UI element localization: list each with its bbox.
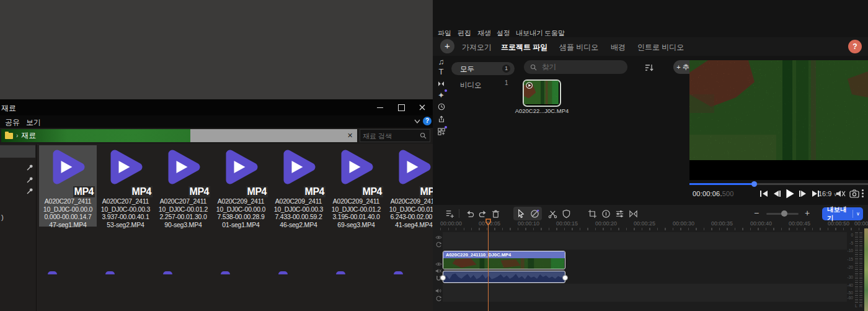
breadcrumb[interactable]: 재료 [21,130,36,141]
speed-control-icon[interactable] [601,209,611,219]
maximize-button[interactable] [392,102,410,112]
auto-cut-tool-icon[interactable] [530,209,539,219]
effects-icon[interactable]: ✦ [436,91,446,100]
track-visibility-icon[interactable] [435,261,442,268]
zoom-slider-handle[interactable] [781,210,787,217]
playhead-line[interactable] [488,225,489,311]
speed-icon[interactable] [436,102,446,112]
mask-icon[interactable] [562,209,571,219]
transition-tool-icon[interactable] [629,209,638,219]
menu-item-share[interactable]: 공유 [5,117,20,128]
play-button[interactable] [784,188,795,199]
ruler-ticks[interactable] [440,228,867,230]
close-button[interactable] [413,102,432,112]
tab-project-files[interactable]: 프로젝트 파일 [501,42,547,53]
meter-label: -40 [844,283,853,287]
track-lane-empty[interactable] [443,284,847,302]
help-button[interactable]: ? [848,40,862,53]
stop-loading-icon[interactable]: ✕ [346,132,354,140]
share-export-icon[interactable] [436,115,446,124]
help-icon[interactable]: ? [423,117,432,125]
preview-progress-bar[interactable] [689,183,868,185]
file-item[interactable]: MP4 A020C209_241110_DJ0C-00.00.07.538-00… [212,145,270,227]
meter-label: -5 [844,241,853,245]
file-item[interactable]: MP4 A020C207_241110_DJ0C-00.01.22.257-00… [154,145,212,227]
explorer-menubar: 공유 보기 ? [0,115,433,128]
filter-all[interactable]: 모두 1 [451,62,515,75]
add-media-button[interactable]: + [440,39,454,53]
window-title: 재료 [1,103,16,114]
track-loop-icon[interactable] [435,241,442,248]
tab-background[interactable]: 배경 [611,42,626,53]
ruler-label: 00:00:40 [750,220,772,227]
editor-menu-settings[interactable]: 설정 [497,29,510,38]
transition-icon[interactable] [436,79,446,88]
explorer-search[interactable] [360,129,430,142]
meter-channel-label: L [855,304,857,308]
preview-player[interactable] [689,60,868,180]
step-forward-icon[interactable] [798,189,808,198]
file-item[interactable]: MP4 A020C207_241110_DJ0C-00.00.00.000-00… [39,145,97,227]
export-button[interactable]: 내보내기 ∨ [822,207,863,220]
track-lane-empty[interactable] [443,232,847,250]
tab-sample-video[interactable]: 샘플 비디오 [559,42,598,53]
zoom-out-button[interactable]: − [754,208,759,218]
crop-icon[interactable] [588,209,597,219]
file-item[interactable]: MP4 A020C209_241110_DJ0C-00.00.37.433-00… [270,145,327,227]
next-row-file-peek [105,271,115,274]
editor-menu-file[interactable]: 파일 [438,29,451,38]
delete-icon[interactable] [491,209,500,219]
address-bar[interactable]: › 재료 ✕ [1,129,357,142]
clip-trim-handle-left[interactable] [440,275,446,281]
progress-handle[interactable] [751,181,757,187]
ribbon-collapse-icon[interactable] [414,119,420,124]
plugin-grid-icon[interactable] [436,127,446,137]
step-back-icon[interactable] [772,189,782,198]
more-options-icon[interactable] [862,189,864,199]
go-to-start-icon[interactable] [760,189,769,198]
redo-icon[interactable] [479,209,488,219]
track-visibility-icon[interactable] [435,234,442,241]
zoom-in-button[interactable]: + [805,208,810,218]
explorer-window: 재료 공유 보기 ? › 재료 ✕ ) [0,99,433,311]
meter-label: -10 [844,248,853,253]
file-item[interactable]: MP4 A020C207_241110_DJ0C-00.00.33.937-00… [97,145,154,227]
ruler-label: 00:00:45 [789,220,810,227]
add-track-icon[interactable] [445,209,454,219]
track-mute-icon[interactable] [435,268,442,274]
library-search[interactable] [524,60,627,74]
menu-item-view[interactable]: 보기 [26,117,41,128]
split-icon[interactable] [548,209,557,219]
editor-menu-help[interactable]: 도움말 [544,29,565,38]
tab-intro-video[interactable]: 인트로 비디오 [637,42,684,53]
text-icon[interactable]: T [436,67,446,76]
clip-trim-handle-right[interactable] [562,275,568,281]
explorer-search-input[interactable] [360,132,420,140]
minimize-button[interactable] [371,102,389,112]
track-loop-icon[interactable] [435,295,442,302]
track-audio-icon[interactable] [435,287,442,294]
undo-icon[interactable] [465,209,474,219]
aspect-ratio-select[interactable]: 16:9 ∨ [818,190,837,197]
timeline-video-clip[interactable]: A020C220_241110_DJ0C.MP4 [443,251,565,269]
adjust-icon[interactable] [615,209,624,219]
editor-menu-export[interactable]: 내보내기 [516,29,543,38]
media-thumbnail[interactable] [523,79,561,107]
timeline-audio-clip[interactable] [443,271,565,283]
editor-menu-edit[interactable]: 편집 [458,29,471,38]
tab-import[interactable]: 가져오기 [462,42,492,53]
play-icon [334,146,379,187]
editor-menu-play[interactable]: 재생 [477,29,491,38]
snapshot-icon[interactable] [849,189,859,198]
file-item[interactable]: MP4 A020C209_241110_DJ0C-00.01.23.195-00… [327,145,385,227]
mute-icon[interactable] [836,189,846,198]
library-search-input[interactable] [541,63,627,71]
select-tool-icon[interactable] [516,209,526,219]
sort-icon[interactable] [645,63,653,72]
file-name: A020C209_241110_DJ0C-00.00.07.538-00.00.… [212,197,270,228]
nav-selected-row[interactable] [0,145,35,158]
meter-label: 0 [844,233,853,237]
filter-video[interactable]: 비디오 1 [460,79,515,90]
meter-label: -60 [844,295,853,300]
music-icon[interactable]: ♫ [436,57,446,66]
